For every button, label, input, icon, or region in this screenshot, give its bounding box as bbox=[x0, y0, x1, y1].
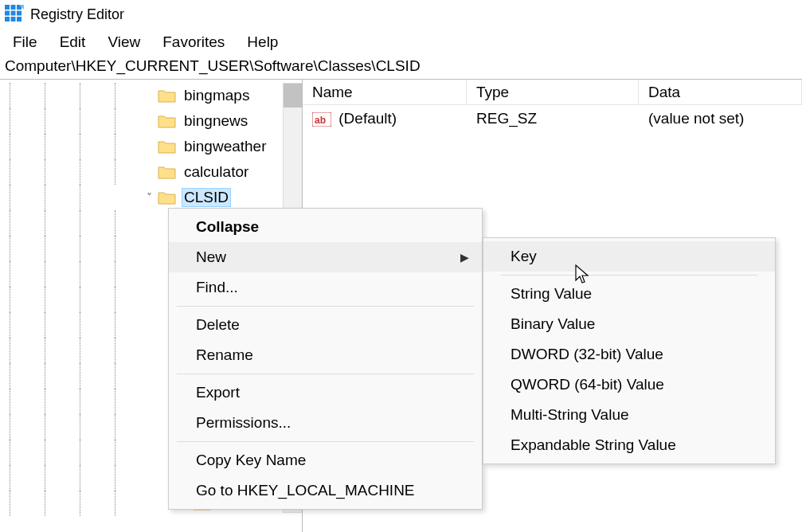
folder-icon bbox=[158, 88, 177, 104]
column-name[interactable]: Name bbox=[303, 80, 467, 104]
tree-item[interactable]: bingnews bbox=[0, 108, 302, 134]
value-row[interactable]: ab (Default) REG_SZ (value not set) bbox=[303, 105, 802, 132]
tree-item[interactable]: bingmaps bbox=[0, 83, 302, 108]
regedit-icon bbox=[5, 5, 24, 24]
menu-goto-hklm[interactable]: Go to HKEY_LOCAL_MACHINE bbox=[169, 475, 482, 506]
chevron-right-icon: ▶ bbox=[460, 251, 469, 264]
svg-rect-6 bbox=[17, 11, 22, 16]
svg-rect-4 bbox=[5, 11, 10, 16]
menu-edit[interactable]: Edit bbox=[49, 30, 97, 54]
folder-icon bbox=[158, 164, 177, 180]
svg-rect-9 bbox=[17, 17, 22, 22]
scrollbar-thumb[interactable] bbox=[284, 84, 302, 108]
separator bbox=[177, 306, 474, 307]
menu-new-multistring[interactable]: Multi-String Value bbox=[483, 400, 775, 430]
tree-label: CLSID bbox=[182, 188, 231, 207]
window-title: Registry Editor bbox=[30, 6, 124, 23]
tree-item[interactable]: bingweather bbox=[0, 134, 302, 159]
context-menu: Collapse New ▶ Find... Delete Rename Exp… bbox=[168, 208, 483, 510]
menu-permissions[interactable]: Permissions... bbox=[169, 408, 482, 438]
separator bbox=[177, 441, 474, 442]
menu-collapse[interactable]: Collapse bbox=[169, 212, 482, 242]
menu-find[interactable]: Find... bbox=[169, 272, 482, 303]
chevron-down-icon[interactable]: ˅ bbox=[140, 191, 158, 204]
svg-rect-1 bbox=[5, 5, 10, 10]
menu-bar: File Edit View Favorites Help bbox=[0, 29, 802, 56]
address-text: Computer\HKEY_CURRENT_USER\Software\Clas… bbox=[5, 57, 421, 74]
menu-new-key[interactable]: Key bbox=[483, 241, 775, 272]
folder-icon bbox=[158, 113, 177, 129]
tree-label: bingweather bbox=[182, 137, 269, 156]
menu-favorites[interactable]: Favorites bbox=[151, 30, 236, 54]
address-bar[interactable]: Computer\HKEY_CURRENT_USER\Software\Clas… bbox=[0, 56, 802, 80]
menu-new-expandstring[interactable]: Expandable String Value bbox=[483, 430, 775, 460]
tree-label: bingmaps bbox=[182, 86, 252, 105]
tree-label: bingnews bbox=[182, 111, 250, 131]
svg-rect-8 bbox=[11, 17, 16, 22]
separator bbox=[177, 374, 474, 374]
svg-text:ab: ab bbox=[315, 115, 326, 126]
menu-delete[interactable]: Delete bbox=[169, 310, 482, 340]
context-submenu-new: Key String Value Binary Value DWORD (32-… bbox=[483, 237, 776, 464]
menu-export[interactable]: Export bbox=[169, 377, 482, 408]
list-header: Name Type Data bbox=[303, 80, 802, 105]
menu-new-binary[interactable]: Binary Value bbox=[483, 309, 775, 339]
menu-view[interactable]: View bbox=[96, 30, 151, 54]
folder-icon bbox=[158, 139, 177, 155]
tree-item-selected[interactable]: ˅ CLSID bbox=[0, 185, 302, 210]
svg-rect-2 bbox=[11, 5, 16, 10]
tree-label: calculator bbox=[182, 162, 251, 182]
menu-new[interactable]: New ▶ bbox=[169, 242, 482, 272]
string-value-icon: ab bbox=[312, 112, 331, 127]
svg-rect-7 bbox=[5, 17, 10, 22]
tree-item[interactable]: calculator bbox=[0, 159, 302, 185]
separator bbox=[501, 275, 757, 276]
menu-file[interactable]: File bbox=[2, 30, 49, 54]
menu-copy-key-name[interactable]: Copy Key Name bbox=[169, 445, 482, 475]
folder-icon bbox=[158, 190, 177, 205]
menu-help[interactable]: Help bbox=[236, 30, 289, 54]
menu-new-dword[interactable]: DWORD (32-bit) Value bbox=[483, 339, 775, 370]
column-type[interactable]: Type bbox=[467, 80, 639, 104]
menu-rename[interactable]: Rename bbox=[169, 340, 482, 370]
column-data[interactable]: Data bbox=[639, 80, 802, 104]
value-name: (Default) bbox=[338, 110, 397, 127]
menu-new-qword[interactable]: QWORD (64-bit) Value bbox=[483, 370, 775, 400]
value-type: REG_SZ bbox=[467, 110, 639, 127]
svg-rect-5 bbox=[11, 11, 16, 16]
title-bar: Registry Editor bbox=[0, 0, 802, 29]
menu-new-string[interactable]: String Value bbox=[483, 279, 775, 309]
value-data: (value not set) bbox=[639, 110, 802, 127]
